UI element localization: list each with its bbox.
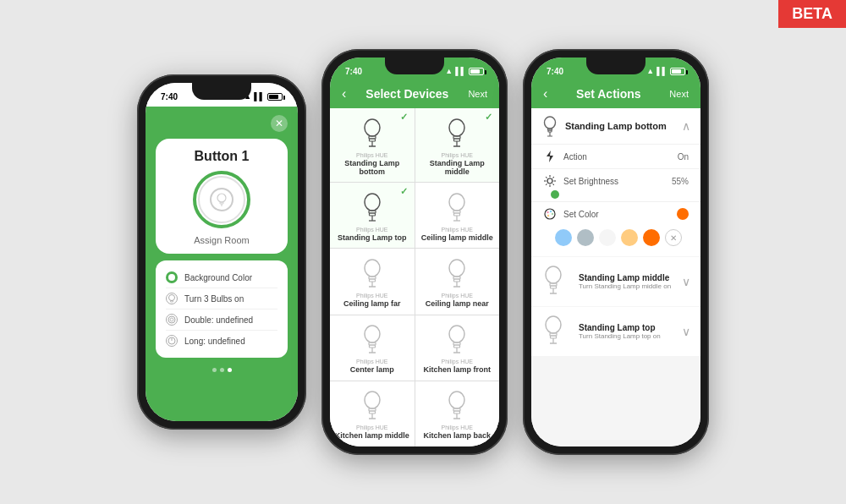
collapsed-subtitle-0: Turn Standing Lamp middle on bbox=[579, 282, 675, 290]
battery-icon-1 bbox=[267, 93, 283, 101]
close-button[interactable]: ✕ bbox=[271, 115, 288, 132]
phone-1: 7:40 ▲ ▌▌ ✕ Button 1 bbox=[137, 74, 306, 430]
device-cell-5[interactable]: Philips HUE Ceiling lamp near bbox=[415, 249, 500, 314]
color-label: Set Color bbox=[563, 210, 670, 219]
svg-rect-21 bbox=[369, 213, 375, 216]
signal-icon-3: ▌▌ bbox=[656, 67, 667, 75]
phone-2-screen: 7:40 ▲ ▌▌ ‹ Select Devices Next ✓ bbox=[330, 58, 499, 446]
color-swatch-4[interactable] bbox=[643, 229, 660, 246]
back-button-3[interactable]: ‹ bbox=[543, 86, 547, 101]
color-swatch-2[interactable] bbox=[599, 229, 616, 246]
action2-row[interactable]: Double: undefined bbox=[166, 310, 277, 331]
svg-rect-26 bbox=[454, 213, 460, 216]
other-devices: Standing Lamp middle Turn Standing Lamp … bbox=[531, 257, 700, 357]
brightness-icon bbox=[543, 174, 557, 188]
device-lamp-icon bbox=[445, 323, 469, 359]
svg-point-14 bbox=[449, 119, 464, 136]
color-clear-button[interactable]: ✕ bbox=[665, 229, 682, 246]
svg-line-70 bbox=[546, 177, 547, 178]
device-cell-8[interactable]: Philips HUE Kitchen lamp middle bbox=[330, 381, 415, 446]
svg-point-34 bbox=[449, 260, 464, 277]
device-brand: Philips HUE bbox=[356, 359, 387, 364]
status-bar-1: 7:40 ▲ ▌▌ bbox=[146, 83, 298, 107]
battery-icon-2 bbox=[469, 68, 484, 75]
svg-point-59 bbox=[545, 117, 556, 129]
svg-point-44 bbox=[449, 326, 464, 342]
color-dot bbox=[677, 208, 689, 220]
color-swatch-0[interactable] bbox=[555, 229, 572, 246]
collapsed-title-1: Standing Lamp top bbox=[579, 323, 675, 332]
device-lamp-icon bbox=[445, 389, 469, 425]
action-detail-row[interactable]: Action On bbox=[531, 144, 700, 168]
action-card: Background Color Turn 3 Bulbs on bbox=[156, 260, 288, 358]
device-cell-2[interactable]: ✓ Philips HUE Standing Lamp top bbox=[330, 183, 415, 248]
action3-icon bbox=[166, 335, 178, 347]
notch-1 bbox=[192, 83, 251, 100]
main-device-header[interactable]: Standing Lamp bottom ∧ bbox=[531, 108, 700, 144]
time-3: 7:40 bbox=[547, 67, 563, 76]
svg-point-75 bbox=[547, 211, 548, 213]
device-lamp-icon bbox=[445, 117, 469, 152]
device-lamp-icon bbox=[445, 257, 469, 293]
circle-button[interactable] bbox=[193, 171, 250, 228]
next-button-2[interactable]: Next bbox=[468, 89, 487, 99]
device-name: Kitchen lamp back bbox=[423, 431, 491, 440]
svg-point-49 bbox=[365, 392, 380, 408]
collapsed-device-0[interactable]: Standing Lamp middle Turn Standing Lamp … bbox=[531, 257, 700, 306]
page-dot-3 bbox=[228, 368, 232, 372]
phone-3-screen: 7:40 ▲ ▌▌ ‹ Set Actions Next bbox=[531, 58, 700, 446]
device-lamp-icon bbox=[360, 191, 384, 227]
collapsed-lamp-icon bbox=[541, 264, 565, 299]
wifi-icon-2: ▲ bbox=[445, 67, 453, 75]
device-cell-0[interactable]: ✓ Philips HUE Standing Lamp bottom bbox=[330, 108, 415, 182]
svg-rect-4 bbox=[171, 301, 173, 303]
device-name: Standing Lamp bottom bbox=[333, 159, 411, 176]
color-row[interactable]: Set Color ✕ bbox=[531, 201, 700, 256]
svg-point-84 bbox=[546, 316, 561, 333]
svg-rect-61 bbox=[548, 130, 552, 132]
device-name: Kitchen lamp front bbox=[423, 365, 491, 374]
palette-icon bbox=[543, 207, 557, 221]
battery-icon-3 bbox=[670, 68, 685, 75]
back-button-2[interactable]: ‹ bbox=[342, 86, 346, 101]
main-device-section: Standing Lamp bottom ∧ Action On bbox=[531, 108, 700, 256]
device-brand: Philips HUE bbox=[442, 293, 473, 299]
next-button-3[interactable]: Next bbox=[669, 89, 689, 99]
notch-3 bbox=[586, 58, 645, 74]
device-cell-6[interactable]: Philips HUE Center lamp bbox=[330, 315, 415, 381]
action1-label: Turn 3 Bulbs on bbox=[184, 294, 244, 304]
collapsed-header-1: Standing Lamp top Turn Standing Lamp top… bbox=[531, 307, 700, 356]
brightness-row[interactable]: Set Brightness 55% bbox=[531, 168, 700, 201]
device-cell-1[interactable]: ✓ Philips HUE Standing Lamp middle bbox=[415, 108, 500, 182]
action1-row[interactable]: Turn 3 Bulbs on bbox=[166, 288, 277, 310]
action-value: On bbox=[678, 152, 689, 162]
device-cell-3[interactable]: Philips HUE Ceiling lamp middle bbox=[415, 183, 500, 248]
brightness-value: 55% bbox=[672, 177, 689, 186]
svg-point-5 bbox=[168, 316, 175, 323]
device-cell-4[interactable]: Philips HUE Ceiling lamp far bbox=[330, 249, 415, 314]
svg-rect-31 bbox=[369, 279, 375, 282]
device-brand: Philips HUE bbox=[442, 227, 473, 233]
device-cell-7[interactable]: Philips HUE Kitchen lamp front bbox=[415, 315, 500, 381]
signal-icon-2: ▌▌ bbox=[455, 67, 466, 75]
phone1-content: ✕ Button 1 Assign Room bbox=[146, 107, 298, 421]
svg-point-76 bbox=[550, 211, 552, 212]
svg-point-65 bbox=[547, 178, 552, 184]
color-swatch-1[interactable] bbox=[577, 229, 594, 246]
main-card: Button 1 Assign Room bbox=[156, 139, 288, 254]
svg-marker-64 bbox=[547, 151, 553, 162]
actions-content: Standing Lamp bottom ∧ Action On bbox=[531, 108, 700, 446]
check-mark: ✓ bbox=[485, 112, 492, 123]
action3-row[interactable]: Long: undefined bbox=[166, 331, 277, 351]
collapsed-lamp-icon bbox=[541, 314, 565, 349]
collapsed-device-1[interactable]: Standing Lamp top Turn Standing Lamp top… bbox=[531, 307, 700, 356]
svg-rect-86 bbox=[551, 336, 557, 338]
svg-point-29 bbox=[365, 260, 380, 277]
color-top: Set Color bbox=[543, 207, 689, 221]
color-swatch-3[interactable] bbox=[621, 229, 638, 246]
page-dots bbox=[212, 368, 232, 372]
device-cell-9[interactable]: Philips HUE Kitchen lamp back bbox=[415, 381, 500, 446]
bg-color-row[interactable]: Background Color bbox=[166, 267, 277, 288]
device-lamp-icon bbox=[360, 257, 384, 293]
device-lamp-icon bbox=[445, 191, 469, 227]
